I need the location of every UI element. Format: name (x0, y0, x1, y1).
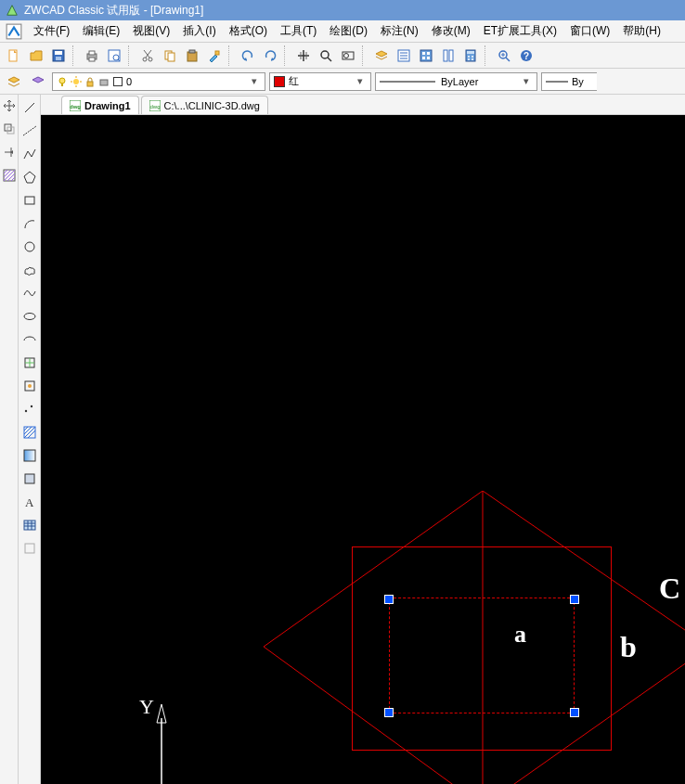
extra-icon[interactable] (20, 539, 39, 558)
chevron-down-icon: ▾ (354, 75, 367, 87)
properties-match-icon[interactable] (204, 45, 225, 66)
tool-palettes-icon[interactable] (438, 45, 459, 66)
menu-insert[interactable]: 插入(I) (177, 20, 221, 42)
svg-rect-3 (55, 51, 62, 55)
copy-icon[interactable] (160, 45, 180, 66)
svg-line-79 (24, 427, 32, 434)
help-icon[interactable]: ? (516, 45, 536, 66)
svg-point-12 (149, 58, 152, 61)
rectangle-icon[interactable] (20, 191, 39, 210)
ellipse-arc-icon[interactable] (20, 330, 39, 349)
layer-manager-icon[interactable] (4, 71, 24, 92)
zoom-window-icon[interactable] (494, 45, 514, 66)
menu-window[interactable]: 窗口(W) (564, 20, 615, 42)
construction-line-icon[interactable] (20, 122, 39, 140)
tab-label: C:\...\CLINIC-3D.dwg (164, 100, 260, 111)
print-preview-icon[interactable] (104, 45, 124, 66)
gradient-icon[interactable] (20, 446, 39, 465)
svg-rect-32 (449, 50, 453, 61)
lineweight-dropdown[interactable]: By (541, 72, 597, 91)
redo-icon[interactable] (260, 45, 280, 66)
make-block-icon[interactable] (20, 377, 39, 395)
svg-marker-68 (24, 172, 35, 183)
svg-rect-82 (24, 450, 35, 461)
color-swatch (274, 76, 285, 87)
document-tab-drawing1[interactable]: dwg Drawing1 (61, 96, 139, 114)
design-center-icon[interactable] (416, 45, 436, 66)
grip-top-right[interactable] (570, 595, 579, 604)
svg-rect-83 (25, 474, 34, 483)
cut-icon[interactable] (137, 45, 158, 66)
table-icon[interactable] (20, 516, 39, 534)
shape-selected-rect[interactable] (389, 598, 575, 713)
window-title: ZWCAD Classic 试用版 - [Drawing1] (24, 3, 203, 19)
annotation-b: b (620, 630, 637, 664)
offset-icon[interactable] (2, 122, 17, 139)
layer-dropdown[interactable]: 0 ▾ (52, 72, 265, 91)
menu-view[interactable]: 视图(V) (127, 20, 175, 42)
svg-rect-28 (427, 52, 430, 55)
calculator-icon[interactable] (460, 45, 481, 66)
layers-icon[interactable] (371, 45, 392, 66)
pan-icon[interactable] (293, 45, 314, 66)
svg-point-76 (30, 405, 32, 407)
menu-draw[interactable]: 绘图(D) (324, 20, 373, 42)
menu-help[interactable]: 帮助(H) (617, 20, 666, 42)
properties-icon[interactable] (394, 45, 414, 66)
circle-icon[interactable] (20, 238, 39, 256)
properties-bar: 0 ▾ 红 ▾ ByLayer ▾ By (0, 69, 685, 95)
spline-icon[interactable] (20, 284, 39, 302)
svg-line-81 (28, 431, 35, 438)
menu-modify[interactable]: 修改(M) (426, 20, 476, 42)
zoom-extents-icon[interactable] (338, 45, 358, 66)
grip-bottom-right[interactable] (570, 708, 579, 717)
menu-ext[interactable]: ET扩展工具(X) (478, 20, 562, 42)
title-bar: ZWCAD Classic 试用版 - [Drawing1] (0, 0, 685, 20)
document-tab-clinic3d[interactable]: dwg C:\...\CLINIC-3D.dwg (141, 96, 268, 114)
new-file-icon[interactable] (4, 45, 24, 66)
separator (284, 45, 290, 66)
svg-rect-29 (422, 57, 425, 59)
svg-rect-85 (24, 521, 35, 530)
drawing-canvas[interactable]: a b C X Y (41, 115, 685, 784)
point-icon[interactable] (20, 400, 39, 418)
revision-cloud-icon[interactable] (20, 261, 39, 279)
svg-line-64 (7, 174, 15, 181)
hatch-tool-icon[interactable] (20, 423, 39, 442)
undo-icon[interactable] (238, 45, 258, 66)
svg-line-62 (4, 170, 11, 177)
region-icon[interactable] (20, 469, 39, 488)
text-icon[interactable]: A (20, 493, 39, 511)
linetype-dropdown[interactable]: ByLayer ▾ (375, 72, 537, 91)
layer-filter-icon[interactable] (28, 71, 48, 92)
menu-edit[interactable]: 编辑(E) (77, 20, 125, 42)
arc-icon[interactable] (20, 214, 39, 233)
hatch-icon[interactable] (2, 168, 17, 186)
paste-icon[interactable] (182, 45, 202, 66)
zoom-icon[interactable] (316, 45, 336, 66)
menu-format[interactable]: 格式(O) (224, 20, 273, 42)
color-dropdown[interactable]: 红 ▾ (269, 72, 371, 91)
polyline-icon[interactable] (20, 145, 39, 163)
grip-top-left[interactable] (384, 595, 394, 604)
extend-icon[interactable] (2, 145, 17, 162)
svg-rect-46 (61, 84, 63, 86)
ellipse-icon[interactable] (20, 307, 39, 326)
insert-block-icon[interactable] (20, 353, 39, 372)
grip-bottom-left[interactable] (384, 708, 394, 717)
move-icon[interactable] (2, 98, 17, 116)
svg-rect-31 (444, 50, 447, 61)
menu-file[interactable]: 文件(F) (28, 20, 75, 42)
open-file-icon[interactable] (26, 45, 46, 66)
polygon-icon[interactable] (20, 168, 39, 186)
svg-point-45 (59, 78, 65, 84)
save-icon[interactable] (48, 45, 69, 66)
svg-line-19 (328, 58, 331, 61)
svg-line-78 (24, 427, 28, 431)
svg-rect-52 (87, 82, 93, 86)
line-icon[interactable] (20, 98, 39, 117)
menu-tools[interactable]: 工具(T) (275, 20, 322, 42)
svg-text:A: A (25, 495, 34, 509)
print-icon[interactable] (82, 45, 102, 66)
menu-annotate[interactable]: 标注(N) (375, 20, 424, 42)
